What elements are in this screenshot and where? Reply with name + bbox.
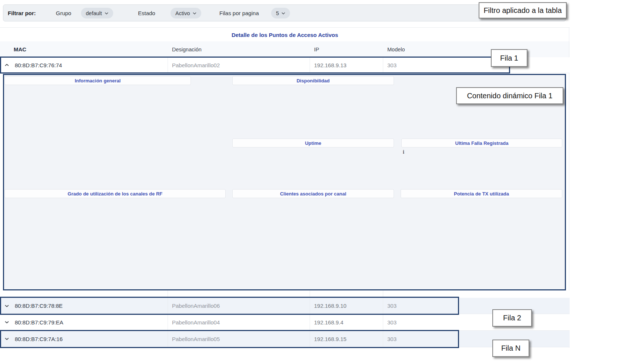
chevron-down-icon[interactable] (5, 337, 9, 340)
row1-mac: 80:8D:B7:C9:76:74 (15, 57, 62, 73)
row3-modelo: 303 (387, 314, 397, 330)
row2-mac: 80:8D:B7:C9:78:8E (15, 298, 63, 314)
row-detail-panel (3, 74, 566, 290)
column-header-modelo: Modelo (387, 41, 405, 57)
chevron-down-icon[interactable] (5, 304, 9, 307)
row4-modelo: 303 (387, 331, 397, 347)
table-row-2[interactable]: 80:8D:B7:C9:78:8E PabellonAmarillo06 192… (0, 298, 570, 314)
row3-mac: 80:8D:B7:C9:79:EA (15, 314, 63, 330)
rows-per-page-select[interactable]: 5 (271, 8, 290, 18)
rows-per-page-value: 5 (276, 10, 279, 16)
row1-designacion: PabellonAmarillo02 (172, 57, 220, 73)
column-header-designacion: Designación (172, 41, 202, 57)
chevron-up-icon[interactable] (5, 64, 9, 67)
table-row-3[interactable]: 80:8D:B7:C9:79:EA PabellonAmarillo04 192… (0, 314, 570, 331)
info-icon[interactable]: i (403, 149, 404, 155)
rows-per-page-label: Filas por pagina (219, 5, 259, 21)
uptime-card-title: Uptime (232, 139, 394, 147)
callout-fila-n: Fila N (492, 340, 529, 357)
group-select[interactable]: default (81, 8, 113, 18)
row1-modelo: 303 (387, 57, 397, 73)
group-select-value: default (86, 10, 102, 16)
chevron-down-icon[interactable] (5, 321, 9, 324)
row2-designacion: PabellonAmarillo06 (172, 298, 220, 314)
table-row-4[interactable]: 80:8D:B7:C9:7A:16 PabellonAmarillo05 192… (0, 331, 570, 347)
filter-bar-title: Filtrar por: (8, 5, 36, 21)
callout-contenido-dinamico: Contenido dinámico Fila 1 (456, 87, 563, 104)
callout-filter-applied: Filtro aplicado a la tabla (479, 2, 567, 18)
table-title: Detalle de los Puntos de Acceso Activos (232, 32, 338, 38)
chevron-down-icon (281, 12, 285, 14)
tx-power-card-title: Potencia de TX utilizada (401, 189, 562, 198)
table-header-row: MAC Designación IP Modelo (0, 41, 570, 58)
rf-utilization-card-title: Grado de utilización de los canales de R… (4, 189, 226, 198)
column-header-mac: MAC (14, 41, 26, 57)
group-filter-label: Grupo (56, 5, 71, 21)
general-info-card-title: Información general (4, 76, 191, 85)
availability-card-title: Disponibilidad (232, 76, 394, 85)
table-row-1[interactable]: 80:8D:B7:C9:76:74 PabellonAmarillo02 192… (0, 57, 570, 73)
clients-card-title: Clientes asociados por canal (232, 189, 394, 198)
row3-ip: 192.168.9.4 (314, 314, 343, 330)
row2-modelo: 303 (387, 298, 397, 314)
row3-designacion: PabellonAmarillo04 (172, 314, 220, 330)
table-gap-row (0, 290, 570, 298)
dashboard-screen: Filtrar por: Grupo default Estado Activo… (0, 0, 644, 361)
row4-designacion: PabellonAmarillo05 (172, 331, 220, 347)
callout-fila-2: Fila 2 (492, 309, 532, 327)
row1-ip: 192.168.9.13 (314, 57, 347, 73)
row2-ip: 192.168.9.10 (314, 298, 347, 314)
status-select-value: Activo (175, 10, 190, 16)
table-title-band: Detalle de los Puntos de Acceso Activos (0, 27, 570, 42)
status-filter-label: Estado (138, 5, 155, 21)
status-select[interactable]: Activo (171, 8, 201, 18)
column-header-ip: IP (314, 41, 319, 57)
last-failure-card-title: Ultima Falla Registrada (401, 139, 562, 147)
chevron-down-icon (105, 12, 108, 14)
row4-ip: 192.168.9.15 (314, 331, 347, 347)
callout-fila-1: Fila 1 (491, 49, 527, 67)
row4-mac: 80:8D:B7:C9:7A:16 (15, 331, 63, 347)
chevron-down-icon (193, 12, 196, 14)
